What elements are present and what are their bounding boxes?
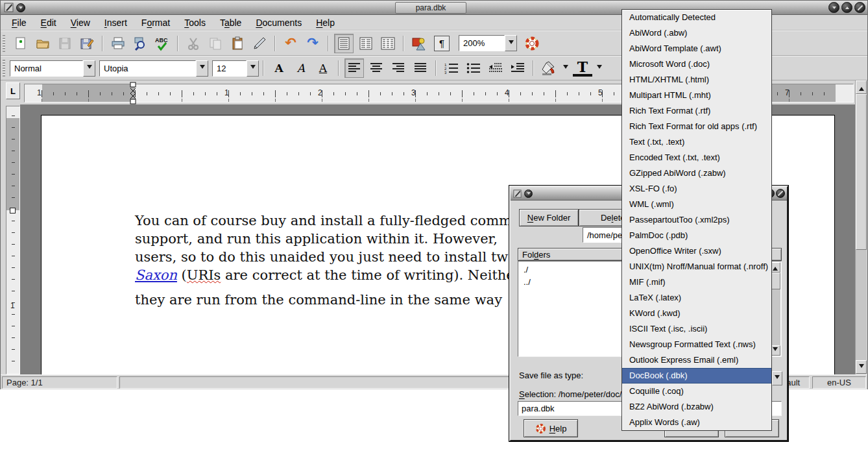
stylus-icon[interactable]	[250, 34, 269, 53]
vertical-ruler[interactable]: 1	[6, 106, 20, 374]
align-center-icon[interactable]	[367, 58, 386, 78]
language-cell[interactable]: en-US	[812, 376, 866, 389]
style-value[interactable]: Normal	[10, 60, 83, 77]
scroll-up-icon[interactable]	[856, 80, 867, 94]
format-option[interactable]: BZ2 AbiWord (.bzabw)	[622, 399, 771, 415]
font-combo-arrow-icon[interactable]	[196, 60, 208, 77]
open-icon[interactable]	[33, 34, 53, 53]
two-columns-icon[interactable]	[356, 34, 376, 53]
menu-tools[interactable]: Tools	[177, 16, 213, 29]
undo-icon[interactable]: ↶	[281, 34, 300, 53]
align-right-icon[interactable]	[389, 58, 408, 78]
format-option[interactable]: Outlook Express Email (.eml)	[622, 352, 771, 368]
zoom-combo-arrow-icon[interactable]	[505, 35, 517, 51]
help-icon[interactable]	[522, 34, 542, 53]
format-option[interactable]: GZipped AbiWord (.zabw)	[622, 165, 771, 181]
format-option[interactable]: WML (.wml)	[622, 197, 771, 212]
format-option[interactable]: OpenOffice Writer (.sxw)	[622, 243, 771, 259]
format-option[interactable]: Coquille (.coq)	[622, 384, 771, 399]
scroll-down-icon[interactable]	[856, 360, 867, 374]
format-option-selected[interactable]: DocBook (.dbk)	[622, 368, 771, 384]
format-option[interactable]: PalmDoc (.pdb)	[622, 228, 771, 243]
indent-marker[interactable]	[128, 82, 138, 105]
saxon-hyperlink[interactable]: Saxon	[135, 267, 177, 283]
highlight-color-icon[interactable]	[539, 58, 559, 78]
new-document-icon[interactable]	[11, 34, 30, 53]
menu-view[interactable]: View	[64, 16, 97, 29]
dialog-menu-button[interactable]	[524, 189, 533, 198]
insert-image-icon[interactable]	[409, 34, 429, 53]
font-value[interactable]: Utopia	[99, 60, 196, 77]
format-option[interactable]: Rich Text Format for old apps (.rtf)	[622, 119, 771, 134]
menu-table[interactable]: Table	[213, 16, 248, 29]
font-color-icon[interactable]: T	[573, 60, 592, 77]
format-option[interactable]: Applix Words (.aw)	[622, 415, 771, 430]
menu-file[interactable]: File	[5, 16, 34, 29]
one-column-icon[interactable]	[334, 34, 354, 53]
format-option[interactable]: Rich Text Format (.rtf)	[622, 103, 771, 119]
format-option[interactable]: Microsoft Word (.doc)	[622, 56, 771, 72]
toolbar-grip[interactable]	[3, 60, 5, 77]
italic-button[interactable]: A	[291, 58, 311, 78]
format-option[interactable]: PassepartoutToo (.xml2ps)	[622, 212, 771, 228]
bullet-list-icon[interactable]	[464, 58, 483, 78]
save-icon[interactable]	[55, 34, 75, 53]
size-value[interactable]: 12	[212, 60, 247, 77]
style-combo[interactable]: Normal	[10, 60, 95, 77]
window-menu-button[interactable]	[16, 3, 25, 12]
format-option[interactable]: Automatically Detected	[622, 10, 771, 25]
format-option[interactable]: UNIX(tm) Nroff/Manual format (.nroff)	[622, 259, 771, 274]
style-combo-arrow-icon[interactable]	[83, 60, 95, 77]
tab-stop-selector[interactable]: L	[6, 82, 20, 99]
vertical-scrollbar[interactable]	[855, 80, 867, 374]
close-icon[interactable]	[854, 2, 865, 13]
font-combo[interactable]: Utopia	[99, 60, 208, 77]
save-as-icon[interactable]	[77, 34, 97, 53]
format-option[interactable]: LaTeX (.latex)	[622, 290, 771, 306]
menu-edit[interactable]: Edit	[34, 16, 64, 29]
menu-help[interactable]: Help	[309, 16, 342, 29]
bold-button[interactable]: A	[269, 58, 289, 78]
cut-icon[interactable]	[184, 34, 203, 53]
margin-marker[interactable]	[10, 208, 16, 213]
size-combo-arrow-icon[interactable]	[247, 60, 259, 77]
size-combo[interactable]: 12	[212, 60, 259, 77]
three-columns-icon[interactable]	[378, 34, 398, 53]
type-combo-arrow-icon[interactable]	[772, 371, 782, 385]
numbered-list-icon[interactable]: 123	[442, 58, 461, 78]
minimize-icon[interactable]	[828, 2, 839, 13]
menu-documents[interactable]: Documents	[248, 16, 309, 29]
print-preview-icon[interactable]	[130, 34, 150, 53]
format-option[interactable]: MIF (.mif)	[622, 274, 771, 290]
new-folder-button[interactable]: New Folder	[519, 209, 579, 226]
align-justify-icon[interactable]	[411, 58, 430, 78]
redo-icon[interactable]: ↷	[303, 34, 322, 53]
underline-button[interactable]: A	[313, 58, 333, 78]
increase-indent-icon[interactable]	[508, 58, 527, 78]
dialog-close-icon[interactable]	[776, 189, 785, 198]
scrollbar-thumb[interactable]	[856, 94, 867, 250]
help-button[interactable]: Help	[524, 419, 578, 437]
format-option[interactable]: ISCII Text (.isc, .iscii)	[622, 321, 771, 337]
maximize-icon[interactable]	[841, 2, 852, 13]
spellcheck-icon[interactable]: ABC	[152, 34, 172, 53]
format-option[interactable]: Multipart HTML (.mht)	[622, 88, 771, 103]
font-color-arrow-icon[interactable]	[595, 58, 604, 78]
zoom-value[interactable]: 200%	[459, 35, 505, 51]
format-option[interactable]: AbiWord (.abw)	[622, 25, 771, 41]
format-option[interactable]: Text (.txt, .text)	[622, 134, 771, 150]
format-option[interactable]: HTML/XHTML (.html)	[622, 72, 771, 88]
toolbar-grip[interactable]	[3, 35, 5, 52]
format-option[interactable]: XSL-FO (.fo)	[622, 181, 771, 197]
format-option[interactable]: Newsgroup Formatted Text (.nws)	[622, 337, 771, 352]
show-formatting-icon[interactable]: ¶	[434, 36, 450, 51]
decrease-indent-icon[interactable]	[486, 58, 505, 78]
zoom-combo[interactable]: 200%	[459, 35, 517, 51]
paste-icon[interactable]	[228, 34, 247, 53]
align-left-icon[interactable]	[344, 58, 364, 78]
format-option[interactable]: KWord (.kwd)	[622, 306, 771, 321]
print-icon[interactable]	[108, 34, 128, 53]
menu-insert[interactable]: Insert	[97, 16, 134, 29]
highlight-color-arrow-icon[interactable]	[561, 58, 570, 78]
format-option[interactable]: AbiWord Template (.awt)	[622, 41, 771, 56]
